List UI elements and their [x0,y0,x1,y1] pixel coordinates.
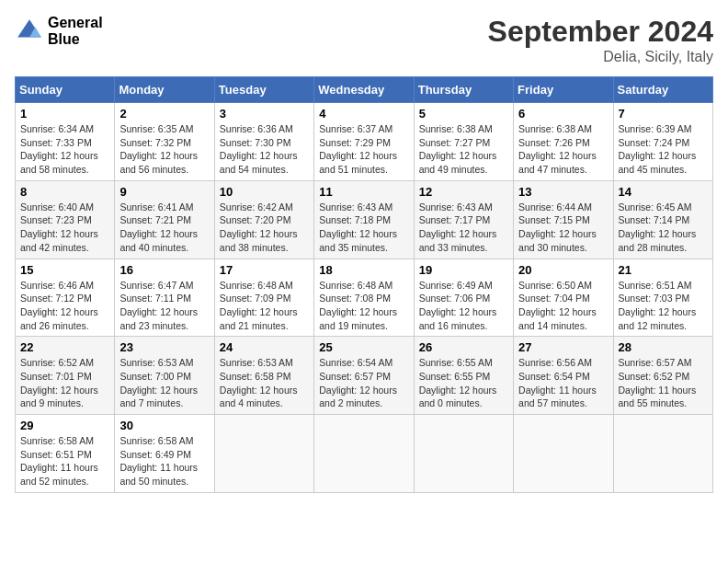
day-info: Sunrise: 6:39 AMSunset: 7:24 PMDaylight:… [619,122,708,177]
logo-icon [15,17,44,46]
day-number: 11 [319,185,408,199]
calendar-cell: 28Sunrise: 6:57 AMSunset: 6:52 PMDayligh… [613,337,712,415]
day-info: Sunrise: 6:40 AMSunset: 7:23 PMDaylight:… [20,201,109,255]
day-info: Sunrise: 6:44 AMSunset: 7:15 PMDaylight:… [518,201,608,255]
day-header-thursday: Thursday [414,77,513,103]
day-info: Sunrise: 6:43 AMSunset: 7:17 PMDaylight:… [419,201,508,255]
logo-line1: General [48,15,103,31]
calendar-cell: 19Sunrise: 6:49 AMSunset: 7:06 PMDayligh… [414,259,513,337]
day-info: Sunrise: 6:41 AMSunset: 7:21 PMDaylight:… [119,201,209,255]
calendar-header-row: SundayMondayTuesdayWednesdayThursdayFrid… [16,77,713,103]
day-info: Sunrise: 6:57 AMSunset: 6:52 PMDaylight:… [619,356,708,410]
day-number: 21 [619,263,708,277]
day-info: Sunrise: 6:51 AMSunset: 7:03 PMDaylight:… [619,279,708,333]
calendar-week-1: 1Sunrise: 6:34 AMSunset: 7:33 PMDaylight… [16,103,713,181]
day-number: 20 [518,263,608,277]
calendar-cell: 29Sunrise: 6:58 AMSunset: 6:51 PMDayligh… [16,415,115,493]
calendar-cell: 5Sunrise: 6:38 AMSunset: 7:27 PMDaylight… [414,103,513,181]
calendar-cell: 9Sunrise: 6:41 AMSunset: 7:21 PMDaylight… [115,180,214,259]
title-block: September 2024 Delia, Sicily, Italy [488,15,713,65]
day-info: Sunrise: 6:49 AMSunset: 7:06 PMDaylight:… [419,279,508,333]
calendar-week-2: 8Sunrise: 6:40 AMSunset: 7:23 PMDaylight… [16,180,713,259]
calendar-week-5: 29Sunrise: 6:58 AMSunset: 6:51 PMDayligh… [16,415,713,493]
calendar-week-3: 15Sunrise: 6:46 AMSunset: 7:12 PMDayligh… [16,259,713,337]
calendar-cell: 27Sunrise: 6:56 AMSunset: 6:54 PMDayligh… [514,337,613,415]
calendar-cell: 2Sunrise: 6:35 AMSunset: 7:32 PMDaylight… [115,103,214,181]
day-header-monday: Monday [115,77,214,103]
logo: General Blue [15,15,103,47]
day-info: Sunrise: 6:38 AMSunset: 7:26 PMDaylight:… [518,122,608,177]
calendar-cell: 11Sunrise: 6:43 AMSunset: 7:18 PMDayligh… [314,180,414,259]
calendar-cell [314,415,414,493]
day-info: Sunrise: 6:38 AMSunset: 7:27 PMDaylight:… [419,122,508,177]
day-info: Sunrise: 6:35 AMSunset: 7:32 PMDaylight:… [119,122,209,177]
day-info: Sunrise: 6:36 AMSunset: 7:30 PMDaylight:… [220,122,309,177]
day-number: 13 [518,185,608,199]
day-info: Sunrise: 6:46 AMSunset: 7:12 PMDaylight:… [20,279,109,333]
day-number: 4 [319,107,408,121]
day-info: Sunrise: 6:48 AMSunset: 7:08 PMDaylight:… [319,279,408,333]
day-header-friday: Friday [514,77,613,103]
day-number: 18 [319,263,408,277]
location: Delia, Sicily, Italy [488,49,713,65]
day-info: Sunrise: 6:45 AMSunset: 7:14 PMDaylight:… [619,201,708,255]
calendar-cell: 18Sunrise: 6:48 AMSunset: 7:08 PMDayligh… [314,259,414,337]
calendar-cell: 14Sunrise: 6:45 AMSunset: 7:14 PMDayligh… [613,180,712,259]
calendar-cell: 16Sunrise: 6:47 AMSunset: 7:11 PMDayligh… [115,259,214,337]
day-number: 7 [619,107,708,121]
calendar-cell: 21Sunrise: 6:51 AMSunset: 7:03 PMDayligh… [613,259,712,337]
day-header-sunday: Sunday [16,77,115,103]
calendar-cell: 3Sunrise: 6:36 AMSunset: 7:30 PMDaylight… [214,103,313,181]
day-number: 10 [220,185,309,199]
day-info: Sunrise: 6:42 AMSunset: 7:20 PMDaylight:… [220,201,309,255]
day-number: 17 [220,263,309,277]
calendar-cell: 7Sunrise: 6:39 AMSunset: 7:24 PMDaylight… [613,103,712,181]
calendar-cell [514,415,613,493]
day-number: 28 [619,340,708,354]
day-number: 2 [119,107,209,121]
day-number: 22 [20,340,109,354]
calendar-cell [414,415,513,493]
day-number: 25 [319,340,408,354]
calendar-cell: 24Sunrise: 6:53 AMSunset: 6:58 PMDayligh… [214,337,313,415]
day-info: Sunrise: 6:48 AMSunset: 7:09 PMDaylight:… [220,279,309,333]
day-number: 29 [20,419,109,432]
day-number: 15 [20,263,109,277]
calendar-cell: 30Sunrise: 6:58 AMSunset: 6:49 PMDayligh… [115,415,214,493]
day-info: Sunrise: 6:37 AMSunset: 7:29 PMDaylight:… [319,122,408,177]
month-title: September 2024 [488,15,713,49]
calendar-cell: 8Sunrise: 6:40 AMSunset: 7:23 PMDaylight… [16,180,115,259]
day-number: 1 [20,107,109,121]
day-info: Sunrise: 6:52 AMSunset: 7:01 PMDaylight:… [20,356,109,410]
day-info: Sunrise: 6:58 AMSunset: 6:51 PMDaylight:… [20,434,109,488]
day-number: 24 [220,340,309,354]
calendar-cell: 10Sunrise: 6:42 AMSunset: 7:20 PMDayligh… [214,180,313,259]
day-info: Sunrise: 6:34 AMSunset: 7:33 PMDaylight:… [20,122,109,177]
day-header-wednesday: Wednesday [314,77,414,103]
calendar-cell: 6Sunrise: 6:38 AMSunset: 7:26 PMDaylight… [514,103,613,181]
day-info: Sunrise: 6:53 AMSunset: 7:00 PMDaylight:… [119,356,209,410]
day-info: Sunrise: 6:53 AMSunset: 6:58 PMDaylight:… [220,356,309,410]
calendar-cell: 25Sunrise: 6:54 AMSunset: 6:57 PMDayligh… [314,337,414,415]
logo-text: General Blue [48,15,103,47]
day-number: 30 [119,419,209,432]
day-number: 6 [518,107,608,121]
calendar-cell: 1Sunrise: 6:34 AMSunset: 7:33 PMDaylight… [16,103,115,181]
day-info: Sunrise: 6:56 AMSunset: 6:54 PMDaylight:… [518,356,608,410]
day-number: 16 [119,263,209,277]
day-info: Sunrise: 6:50 AMSunset: 7:04 PMDaylight:… [518,279,608,333]
calendar-cell [214,415,313,493]
page-header: General Blue September 2024 Delia, Sicil… [15,15,713,65]
calendar-cell: 22Sunrise: 6:52 AMSunset: 7:01 PMDayligh… [16,337,115,415]
calendar-cell: 15Sunrise: 6:46 AMSunset: 7:12 PMDayligh… [16,259,115,337]
logo-line2: Blue [48,31,103,48]
calendar-cell: 12Sunrise: 6:43 AMSunset: 7:17 PMDayligh… [414,180,513,259]
day-header-saturday: Saturday [613,77,712,103]
calendar-cell [613,415,712,493]
calendar-table: SundayMondayTuesdayWednesdayThursdayFrid… [15,76,713,493]
calendar-cell: 26Sunrise: 6:55 AMSunset: 6:55 PMDayligh… [414,337,513,415]
calendar-cell: 17Sunrise: 6:48 AMSunset: 7:09 PMDayligh… [214,259,313,337]
calendar-cell: 13Sunrise: 6:44 AMSunset: 7:15 PMDayligh… [514,180,613,259]
day-info: Sunrise: 6:54 AMSunset: 6:57 PMDaylight:… [319,356,408,410]
day-number: 19 [419,263,508,277]
